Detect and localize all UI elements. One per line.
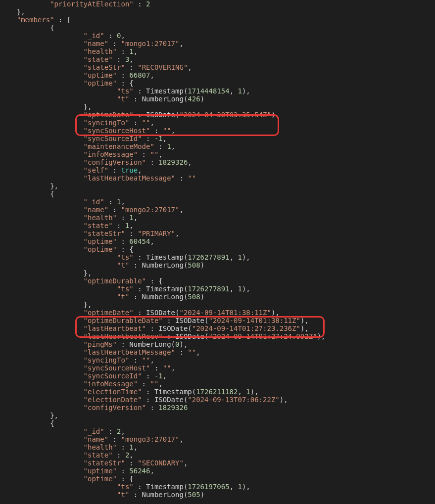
json-output: "priorityAtElection" : 2 }, "members" : … bbox=[0, 0, 435, 499]
key-priorityAtElection: "priorityAtElection" bbox=[50, 0, 134, 8]
key-members: "members" bbox=[17, 16, 54, 24]
